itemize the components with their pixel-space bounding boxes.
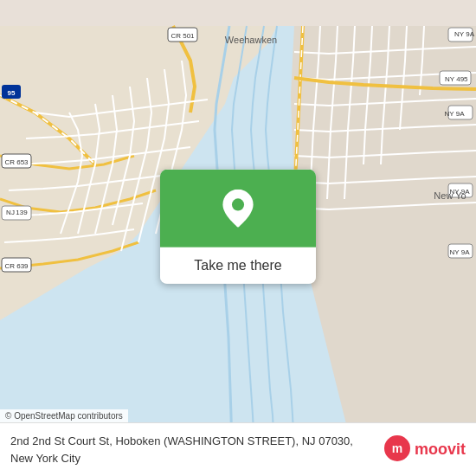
address-block: 2nd 2nd St Court St, Hoboken (WASHINGTON… (10, 433, 375, 466)
map-pin-area (160, 170, 316, 248)
svg-text:NY 9A: NY 9A (454, 30, 475, 38)
map-attribution: © OpenStreetMap contributors (0, 409, 128, 422)
svg-text:139: 139 (16, 209, 28, 216)
navigation-card: Take me there (160, 170, 316, 284)
moovit-logo-text: moovit (415, 441, 466, 459)
moovit-logo: m moovit (383, 434, 466, 466)
svg-text:NY 495: NY 495 (445, 75, 468, 83)
moovit-logo-icon: m (383, 434, 411, 462)
svg-text:m: m (392, 441, 402, 455)
svg-point-27 (232, 198, 244, 210)
svg-text:95: 95 (8, 89, 16, 97)
svg-text:CR 501: CR 501 (170, 32, 195, 40)
svg-text:CR 639: CR 639 (4, 262, 29, 270)
attribution-text: © OpenStreetMap contributors (5, 411, 123, 421)
svg-text:New Yo: New Yo (434, 190, 466, 201)
map-container: 95 CR 501 CR 653 NJ 139 CR 639 NY 9A NY … (0, 0, 476, 476)
svg-text:NY 9A: NY 9A (445, 110, 466, 118)
address-text: 2nd 2nd St Court St, Hoboken (WASHINGTON… (10, 434, 353, 464)
svg-text:NJ: NJ (6, 209, 15, 216)
svg-text:NY 9A: NY 9A (450, 248, 471, 256)
svg-text:CR 653: CR 653 (4, 158, 29, 166)
location-pin-icon (222, 190, 254, 228)
take-me-there-button[interactable]: Take me there (160, 248, 316, 284)
svg-text:Weehawken: Weehawken (225, 35, 277, 45)
bottom-info-bar: 2nd 2nd St Court St, Hoboken (WASHINGTON… (0, 422, 476, 476)
